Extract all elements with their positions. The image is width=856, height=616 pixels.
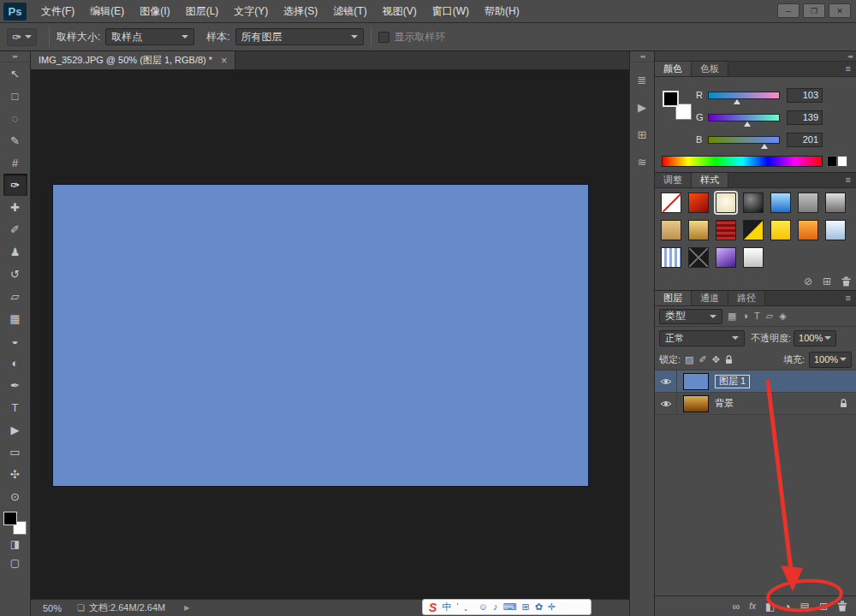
fill-field[interactable]: 100% (809, 352, 852, 368)
layer-thumbnail[interactable] (683, 373, 709, 390)
tool-shape[interactable]: ▭ (3, 441, 27, 463)
expand-panels-icon[interactable]: ◂◂ (630, 51, 654, 62)
tool-zoom[interactable]: ⊙ (3, 485, 27, 507)
red-slider-thumb[interactable] (734, 99, 740, 104)
tool-history-brush[interactable]: ↺ (3, 263, 27, 285)
clear-style-button[interactable]: ⊘ (804, 275, 812, 287)
collapse-tools-icon[interactable]: ▸▸ (0, 51, 30, 62)
measurement-panel-button[interactable]: ≋ (632, 151, 652, 172)
tool-clone-stamp[interactable]: ♟ (3, 240, 27, 263)
tool-dodge[interactable]: ◐ (3, 352, 27, 374)
blue-slider-thumb[interactable] (761, 144, 768, 149)
color-fg-bg-widget[interactable] (663, 91, 692, 120)
zoom-level[interactable]: 50% (43, 603, 62, 613)
opacity-field[interactable]: 100% (794, 330, 836, 346)
ime-settings[interactable]: ✛ (548, 602, 556, 612)
menu-item-edit[interactable]: 编辑(E) (82, 0, 132, 22)
tab-swatches[interactable]: 色板 (692, 62, 728, 76)
tab-layers[interactable]: 图层 (655, 291, 692, 305)
blue-value-field[interactable]: 201 (787, 133, 823, 147)
green-slider-thumb[interactable] (744, 121, 751, 127)
tool-brush[interactable]: ✐ (3, 218, 27, 240)
style-swatch[interactable] (825, 192, 846, 213)
ime-skin[interactable]: ✿ (535, 602, 543, 612)
visibility-toggle[interactable] (655, 393, 677, 414)
sample-size-select[interactable]: 取样点 (105, 28, 194, 45)
style-swatch[interactable] (770, 220, 791, 240)
filter-shape-layers-icon[interactable]: ▱ (766, 311, 773, 322)
tab-channels[interactable]: 通道 (692, 291, 728, 305)
tab-paths[interactable]: 路径 (728, 291, 765, 305)
lock-all-icon[interactable] (725, 355, 733, 364)
filter-smart-object-layers-icon[interactable]: ◈ (779, 311, 786, 322)
tool-rectangular-marquee[interactable]: □ (3, 85, 27, 107)
add-layer-mask-icon[interactable]: ◧ (765, 601, 775, 613)
foreground-color-swatch[interactable] (663, 91, 679, 107)
tab-color[interactable]: 颜色 (655, 62, 692, 76)
ime-logo[interactable]: S (429, 601, 437, 614)
ime-voice[interactable]: ♪ (493, 602, 498, 612)
actions-panel-button[interactable]: ▶ (632, 97, 652, 117)
style-swatch[interactable] (688, 192, 709, 213)
style-swatch[interactable] (688, 220, 709, 240)
layer-row-background[interactable]: 背景 (655, 393, 856, 415)
menu-item-layer[interactable]: 图层(L) (178, 0, 227, 22)
minimize-button[interactable]: ─ (777, 3, 800, 18)
white-swatch[interactable] (837, 156, 847, 167)
lock-transparency-icon[interactable]: ▨ (685, 354, 693, 365)
style-swatch[interactable] (743, 220, 764, 240)
delete-style-icon[interactable] (841, 276, 851, 287)
panel-menu-icon[interactable]: ≡ (846, 293, 851, 303)
style-swatch[interactable] (798, 192, 818, 213)
tool-hand[interactable]: ✣ (3, 463, 27, 485)
tool-pen[interactable]: ✒ (3, 374, 27, 396)
new-layer-icon[interactable]: ⊞ (819, 601, 828, 613)
foreground-background-swatches[interactable] (3, 512, 27, 535)
ime-chinese-mode[interactable]: 中 (442, 602, 451, 612)
link-layers-icon[interactable]: ∞ (733, 601, 740, 613)
style-swatch-selected[interactable] (716, 192, 736, 213)
filter-adjustment-layers-icon[interactable]: ◑ (742, 311, 748, 322)
canvas-image[interactable] (53, 185, 588, 486)
new-style-button[interactable]: ⊞ (823, 275, 831, 287)
layer-filter-select[interactable]: 类型 (659, 309, 722, 324)
style-swatch[interactable] (716, 220, 736, 240)
collapse-dock-icon[interactable]: ◂◂ (655, 51, 856, 62)
ime-keyboard[interactable]: ⌨ (503, 602, 517, 612)
blend-mode-select[interactable]: 正常 (659, 330, 745, 346)
screen-mode-button[interactable]: ▢ (3, 554, 27, 572)
close-document-icon[interactable]: × (221, 55, 227, 67)
menu-item-type[interactable]: 文字(Y) (226, 0, 276, 22)
red-slider[interactable] (708, 92, 780, 99)
style-swatch[interactable] (716, 247, 736, 268)
tool-type[interactable]: T (3, 396, 27, 418)
foreground-color-swatch[interactable] (3, 512, 17, 525)
tool-quick-selection[interactable]: ✎ (3, 129, 27, 151)
blue-slider[interactable] (708, 136, 780, 144)
menu-item-view[interactable]: 视图(V) (375, 0, 425, 22)
tool-blur[interactable]: ◒ (3, 329, 27, 352)
black-swatch[interactable] (827, 156, 837, 167)
style-swatch[interactable] (661, 247, 681, 268)
ime-emoji[interactable]: ☺ (479, 602, 488, 612)
quick-mask-button[interactable]: ◨ (3, 535, 27, 554)
tool-path-selection[interactable]: ▶ (3, 418, 27, 441)
new-group-icon[interactable]: ▤ (800, 601, 810, 613)
layer-row-selected[interactable]: 图层 1 (655, 370, 856, 393)
filter-pixel-layers-icon[interactable]: ▦ (728, 311, 736, 322)
tool-spot-healing-brush[interactable]: ✚ (3, 196, 27, 218)
tool-preset-picker[interactable]: ✑ (7, 28, 37, 46)
style-swatch[interactable] (743, 192, 764, 213)
tool-gradient[interactable]: ▦ (3, 307, 27, 329)
green-slider[interactable] (708, 114, 780, 121)
menu-item-file[interactable]: 文件(F) (33, 0, 82, 22)
close-button[interactable]: ✕ (829, 3, 851, 18)
tool-eyedropper[interactable]: ✑ (3, 174, 27, 196)
history-panel-button[interactable]: ≣ (632, 69, 652, 90)
color-spectrum-ramp[interactable] (662, 156, 823, 167)
tab-styles[interactable]: 样式 (692, 173, 728, 187)
clone-source-panel-button[interactable]: ⊞ (632, 124, 652, 145)
menu-item-help[interactable]: 帮助(H) (477, 0, 527, 22)
lock-pixels-icon[interactable]: ✐ (698, 354, 706, 365)
tool-lasso[interactable]: ◌ (3, 107, 27, 129)
